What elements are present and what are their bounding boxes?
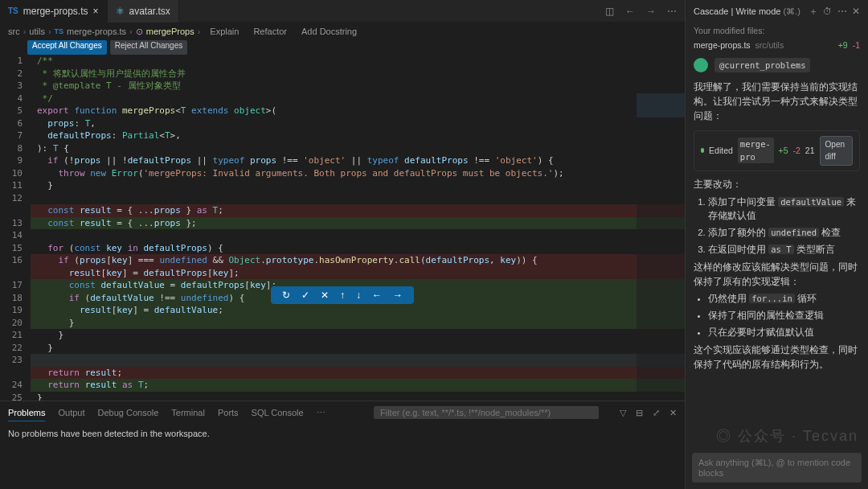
list-item: 在返回时使用 as T 类型断言	[708, 243, 860, 257]
filter-icon[interactable]: ▽	[620, 408, 626, 418]
tab-terminal[interactable]: Terminal	[171, 405, 205, 421]
tab-label: avatar.tsx	[129, 6, 170, 17]
tab-label: merge-props.ts	[23, 6, 88, 17]
next-file-icon[interactable]: →	[393, 290, 403, 301]
editor-actions: ◫ ← → ⋯	[605, 6, 685, 17]
typescript-icon: TS	[55, 27, 64, 35]
edit-summary-card: Edited merge-pro +5 -2 21 Open diff	[694, 130, 860, 171]
chat-body: @current_problems 我理解了，我们需要保持当前的实现结构。让我们…	[686, 51, 868, 446]
problems-body: No problems have been detected in the wo…	[0, 424, 685, 443]
breadcrumb-part[interactable]: src	[8, 27, 20, 36]
breadcrumb-symbol[interactable]: mergeProps	[146, 27, 194, 36]
mention-badge[interactable]: @current_problems	[714, 58, 810, 72]
bullet-list: 仍然使用 for...in 循环保持了相同的属性检查逻辑只在必要时才赋值默认值	[694, 292, 860, 339]
nav-back-icon[interactable]: ←	[625, 6, 635, 17]
list-item: 添加了中间变量 defaultValue 来存储默认值	[708, 195, 860, 224]
list-item: 保持了相同的属性检查逻辑	[708, 309, 860, 323]
tab-output[interactable]: Output	[58, 405, 84, 421]
section-header: 主要改动：	[694, 178, 860, 192]
code-editor[interactable]: 1234567891011121314151617181920212223242…	[0, 55, 685, 401]
prev-change-icon[interactable]: ↑	[340, 290, 345, 301]
file-name: merge-props.ts	[694, 40, 751, 50]
tab-avatar[interactable]: ⚛ avatar.tsx	[108, 0, 179, 23]
edit-del: -2	[793, 144, 800, 157]
history-icon[interactable]: ⏱	[823, 6, 833, 16]
deletions-count: -1	[853, 40, 860, 50]
more-icon[interactable]: ⋯	[667, 6, 677, 17]
split-icon[interactable]: ◫	[605, 6, 614, 17]
tab-ports[interactable]: Ports	[218, 405, 239, 421]
nav-forward-icon[interactable]: →	[646, 6, 656, 17]
code-content[interactable]: /** * 将默认属性与用户提供的属性合并 * @template T - 属性…	[31, 55, 685, 401]
chat-text: 我理解了，我们需要保持当前的实现结构。让我们尝试另一种方式来解决类型问题：	[694, 80, 860, 123]
new-chat-icon[interactable]: ＋	[809, 6, 818, 18]
minimap[interactable]	[637, 93, 685, 399]
reject-all-button[interactable]: Reject All Changes	[110, 40, 188, 55]
list-item: 添加了额外的 undefined 检查	[708, 226, 860, 240]
collapse-icon[interactable]: ⊟	[636, 408, 643, 418]
next-change-icon[interactable]: ↓	[356, 290, 361, 301]
accept-all-button[interactable]: Accept All Changes	[27, 40, 107, 55]
typescript-icon: TS	[8, 6, 18, 15]
cascade-title: Cascade | Write mode (⌘.)	[694, 6, 804, 17]
more-icon[interactable]: ⋯	[837, 6, 847, 17]
breadcrumb-part[interactable]: utils	[29, 27, 45, 36]
additions-count: +9	[838, 40, 848, 50]
maximize-icon[interactable]: ⤢	[653, 408, 660, 418]
edit-add: +5	[779, 144, 788, 157]
tab-sql-console[interactable]: SQL Console	[252, 405, 304, 421]
react-icon: ⚛	[116, 6, 125, 17]
breadcrumb-action[interactable]: Add Docstring	[301, 27, 357, 36]
file-dir: src/utils	[755, 40, 784, 50]
panel-tabs: Problems Output Debug Console Terminal P…	[0, 401, 685, 424]
list-item: 仍然使用 for...in 循环	[708, 292, 860, 306]
accept-icon[interactable]: ✓	[301, 290, 309, 301]
list-item: 只在必要时才赋值默认值	[708, 326, 860, 340]
tab-merge-props[interactable]: TS merge-props.ts ×	[0, 0, 108, 23]
modified-file-row[interactable]: merge-props.ts src/utils +9 -1	[686, 39, 868, 51]
breadcrumb-action[interactable]: Explain	[210, 27, 239, 36]
symbol-icon: ⊙	[136, 27, 143, 37]
status-dot-icon	[701, 148, 704, 153]
breadcrumb-action[interactable]: Refactor	[253, 27, 287, 36]
edit-label: Edited	[709, 144, 733, 157]
close-icon[interactable]: ×	[92, 6, 98, 17]
breadcrumb: src› utils› TS merge-props.ts› ⊙ mergePr…	[0, 23, 685, 40]
chat-text: 这样的修改应该能解决类型问题，同时保持了原有的实现逻辑：	[694, 261, 860, 290]
tab-debug-console[interactable]: Debug Console	[98, 405, 159, 421]
bottom-panel: Problems Output Debug Console Terminal P…	[0, 401, 685, 489]
line-gutter: 1234567891011121314151617181920212223242…	[0, 55, 31, 401]
problems-filter-input[interactable]	[374, 406, 599, 419]
chat-text: 这个实现应该能够通过类型检查，同时保持了代码的原有结构和行为。	[694, 343, 860, 372]
cascade-header: Cascade | Write mode (⌘.) ＋ ⏱ ⋯ ✕	[686, 0, 868, 23]
open-diff-button[interactable]: Open diff	[820, 136, 853, 166]
edit-file: merge-pro	[738, 138, 774, 164]
edit-count: 21	[805, 144, 815, 157]
tab-problems[interactable]: Problems	[8, 405, 45, 421]
minimap-thumb[interactable]	[637, 93, 685, 117]
diff-nav-toolbar: ↻ ✓ ✕ ↑ ↓ ← →	[271, 286, 414, 304]
refresh-icon[interactable]: ↻	[282, 290, 290, 301]
diff-actions-bar: Accept All Changes Reject All Changes	[0, 40, 685, 55]
chat-input[interactable]: Ask anything (⌘L), @ to mention code blo…	[692, 453, 862, 483]
modified-files-label: Your modified files:	[686, 23, 868, 39]
more-tabs-icon[interactable]: ⋯	[317, 405, 326, 421]
reject-icon[interactable]: ✕	[321, 290, 329, 301]
prev-file-icon[interactable]: ←	[372, 290, 382, 301]
cascade-sidebar: Cascade | Write mode (⌘.) ＋ ⏱ ⋯ ✕ Your m…	[685, 0, 868, 489]
main-changes-list: 添加了中间变量 defaultValue 来存储默认值添加了额外的 undefi…	[694, 195, 860, 257]
bot-avatar-icon	[694, 58, 708, 72]
breadcrumb-part[interactable]: merge-props.ts	[67, 27, 126, 36]
close-panel-icon[interactable]: ✕	[669, 408, 677, 418]
tab-bar: TS merge-props.ts × ⚛ avatar.tsx ◫ ← → ⋯	[0, 0, 685, 23]
close-icon[interactable]: ✕	[852, 6, 860, 17]
